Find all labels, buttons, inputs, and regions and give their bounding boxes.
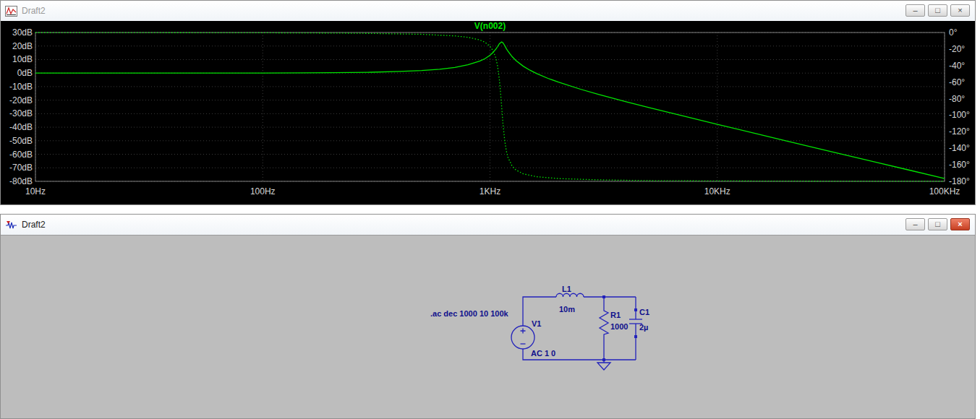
schem-maximize-button[interactable]: □	[928, 218, 947, 230]
y-right-tick: -100°	[949, 110, 970, 120]
x-tick: 10Hz	[25, 186, 46, 196]
x-tick: 10KHz	[704, 186, 730, 196]
window-title: Draft2	[22, 6, 46, 16]
v1-value-label[interactable]: AC 1 0	[531, 349, 555, 358]
waveform-window-icon	[5, 6, 17, 17]
y-right-tick: -120°	[949, 126, 970, 137]
x-tick: 100Hz	[250, 186, 276, 196]
y-left-tick: 0dB	[17, 68, 33, 78]
y-left-tick: 10dB	[12, 54, 33, 64]
l1-value-label[interactable]: 10m	[559, 305, 575, 314]
y-right-tick: -60°	[949, 77, 965, 87]
y-right-tick: -80°	[949, 94, 965, 104]
y-left-tick: -10dB	[9, 82, 33, 92]
y-right-tick: -40°	[949, 61, 965, 71]
y-left-tick: -50dB	[9, 136, 33, 146]
y-left-tick: -30dB	[9, 108, 33, 118]
y-left-tick: -60dB	[9, 150, 33, 160]
y-left-tick: -70dB	[9, 163, 33, 173]
y-left-tick: -40dB	[9, 122, 33, 132]
schematic-canvas[interactable]: .ac dec 1000 10 100k V1 AC 1 0 L1 10m R1…	[1, 235, 975, 418]
y-right-tick: -140°	[949, 143, 970, 153]
plot-maximize-button[interactable]: □	[928, 4, 947, 17]
schematic-window: Draft2 – □ ×	[0, 214, 976, 419]
r1-ref-label[interactable]: R1	[610, 311, 621, 319]
y-right-tick: 0°	[949, 27, 958, 38]
waveform-window-titlebar[interactable]: Draft2 – □ ×	[1, 1, 975, 21]
y-right-tick: -20°	[949, 44, 965, 54]
c1-value-label[interactable]: 2µ	[639, 323, 648, 332]
l1-ref-label[interactable]: L1	[562, 285, 571, 293]
r1-value-label[interactable]: 1000	[610, 322, 628, 331]
plot-minimize-button[interactable]: –	[906, 4, 925, 17]
y-right-tick: -160°	[949, 160, 970, 170]
magnitude-trace	[35, 42, 945, 178]
trace-title[interactable]: V(n002)	[474, 21, 506, 31]
plot-close-button[interactable]: ×	[950, 4, 970, 17]
schematic-window-icon	[5, 220, 17, 230]
waveform-pane[interactable]: 30dB20dB10dB0dB-10dB-20dB-30dB-40dB-50dB…	[1, 21, 975, 204]
ground-symbol[interactable]	[597, 360, 610, 370]
c1-ref-label[interactable]: C1	[639, 308, 649, 316]
schem-close-button[interactable]: ×	[950, 218, 970, 230]
inductor-L1[interactable]	[556, 293, 584, 297]
y-left-tick: 20dB	[12, 41, 33, 51]
voltage-source-V1[interactable]	[511, 326, 534, 349]
waveform-window: Draft2 – □ × 30dB20dB10dB0dB-10dB-20dB-3…	[0, 0, 976, 205]
axis-labels: 30dB20dB10dB0dB-10dB-20dB-30dB-40dB-50dB…	[9, 27, 970, 196]
schematic-window-titlebar[interactable]: Draft2 – □ ×	[1, 215, 975, 235]
resistor-R1[interactable]	[600, 310, 608, 335]
x-tick: 1KHz	[480, 186, 500, 196]
x-tick: 100KHz	[929, 186, 960, 196]
v1-ref-label[interactable]: V1	[532, 319, 541, 328]
schem-minimize-button[interactable]: –	[906, 218, 925, 230]
y-left-tick: 30dB	[12, 27, 33, 38]
y-left-tick: -20dB	[9, 95, 33, 105]
y-right-tick: -180°	[949, 176, 970, 186]
spice-directive[interactable]: .ac dec 1000 10 100k	[430, 309, 509, 318]
y-left-tick: -80dB	[9, 176, 33, 186]
window-title: Draft2	[22, 220, 46, 230]
